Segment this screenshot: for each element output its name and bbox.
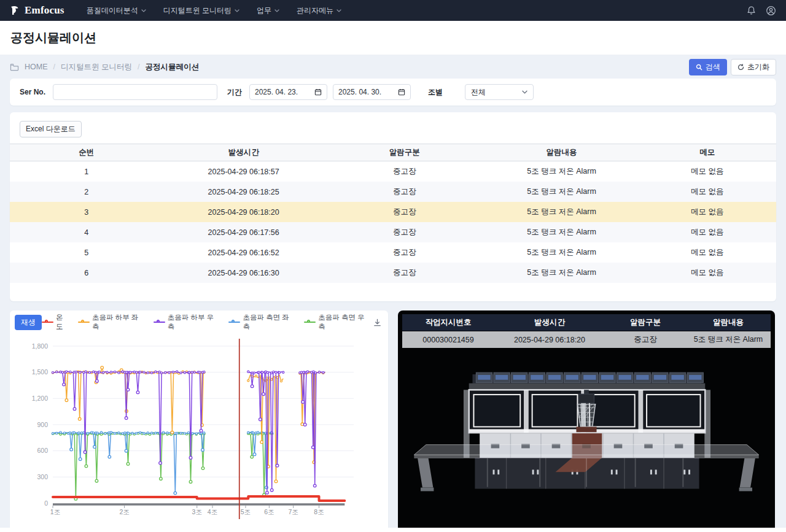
search-button[interactable]: 검색 bbox=[689, 59, 727, 75]
cell-content: 5조 탱크 저온 Alarm bbox=[485, 263, 639, 283]
ser-no-input[interactable] bbox=[53, 84, 217, 100]
cell-no: 5 bbox=[10, 242, 163, 263]
cell-time: 2025-04-29 06:17:56 bbox=[163, 222, 324, 242]
cell-memo: 메모 없음 bbox=[638, 202, 776, 222]
nav-menu-3[interactable]: 관리자메뉴 bbox=[297, 6, 341, 16]
date-to-value: 2025. 04. 30. bbox=[338, 88, 381, 96]
svg-text:2조: 2조 bbox=[119, 508, 129, 515]
group-select-value: 전체 bbox=[471, 87, 486, 98]
date-to-input[interactable]: 2025. 04. 30. bbox=[333, 84, 411, 100]
bell-icon[interactable] bbox=[747, 6, 756, 15]
cell-no: 2 bbox=[10, 182, 163, 202]
svg-text:900: 900 bbox=[37, 421, 48, 428]
footer-strip bbox=[0, 528, 786, 532]
breadcrumb-digital-twin[interactable]: 디지털트윈 모니터링 bbox=[61, 62, 132, 72]
group-select[interactable]: 전체 bbox=[465, 84, 534, 100]
twin-column-0: 작업지시번호 bbox=[402, 317, 494, 328]
date-from-value: 2025. 04. 23. bbox=[255, 88, 298, 96]
svg-text:1,500: 1,500 bbox=[32, 368, 48, 376]
nav-menu-2[interactable]: 업무 bbox=[257, 6, 279, 16]
brand-name: Emfocus bbox=[25, 4, 64, 17]
legend-item-2[interactable]: 초음파 하부 우측 bbox=[154, 313, 221, 331]
svg-text:5조: 5조 bbox=[241, 508, 251, 515]
nav-menu-0[interactable]: 품질데이터분석 bbox=[87, 6, 146, 16]
chevron-down-icon bbox=[522, 90, 527, 94]
table-row[interactable]: 52025-04-29 06:16:52중고장5조 탱크 저온 Alarm메모 … bbox=[10, 242, 776, 263]
reset-button[interactable]: 초기화 bbox=[731, 59, 776, 75]
cell-time: 2025-04-29 06:16:52 bbox=[163, 242, 324, 263]
user-icon[interactable] bbox=[766, 6, 776, 16]
legend-label: 초음파 하부 우측 bbox=[168, 313, 221, 331]
download-icon[interactable] bbox=[372, 317, 383, 328]
legend-item-3[interactable]: 초음파 측면 좌측 bbox=[228, 313, 296, 331]
excel-download-button[interactable]: Excel 다운로드 bbox=[20, 121, 82, 137]
alarm-table-body: 12025-04-29 06:18:57중고장5조 탱크 저온 Alarm메모 … bbox=[10, 161, 776, 283]
sensor-line-chart[interactable]: 03006009001,2001,5001,8001조2조3조4조5조6조7조8… bbox=[15, 330, 383, 531]
svg-text:1,800: 1,800 bbox=[32, 342, 48, 350]
nav-menu-label: 디지털트윈 모니터링 bbox=[163, 6, 232, 16]
svg-text:7조: 7조 bbox=[289, 508, 298, 515]
table-row[interactable]: 42025-04-29 06:17:56중고장5조 탱크 저온 Alarm메모 … bbox=[10, 222, 776, 242]
chevron-down-icon bbox=[141, 9, 146, 12]
alarm-table-header: 순번발생시간알람구분알람내용메모 bbox=[10, 144, 776, 161]
cell-time: 2025-04-29 06:18:20 bbox=[163, 202, 324, 222]
machine-3d-render bbox=[402, 355, 771, 521]
breadcrumb-current: 공정시뮬레이션 bbox=[145, 62, 199, 72]
svg-text:1,200: 1,200 bbox=[32, 395, 48, 402]
cell-no: 1 bbox=[10, 161, 163, 182]
digital-twin-panel: 작업지시번호발생시간알람구분알람내용 0000300214592025-04-2… bbox=[398, 310, 775, 532]
cell-type: 중고장 bbox=[324, 263, 485, 283]
legend-label: 온도 bbox=[56, 313, 70, 331]
chevron-down-icon bbox=[274, 9, 279, 12]
play-button[interactable]: 재생 bbox=[15, 315, 42, 330]
cell-content: 5조 탱크 저온 Alarm bbox=[485, 182, 639, 202]
legend-item-0[interactable]: 온도 bbox=[42, 313, 70, 331]
twin-3d-viewport[interactable] bbox=[402, 348, 771, 529]
folder-icon bbox=[10, 63, 19, 71]
svg-text:6조: 6조 bbox=[264, 508, 274, 515]
nav-menu-label: 품질데이터분석 bbox=[87, 6, 138, 16]
svg-text:1조: 1조 bbox=[50, 508, 60, 515]
svg-text:8조: 8조 bbox=[314, 508, 324, 515]
cell-time: 2025-04-29 06:18:25 bbox=[163, 182, 324, 202]
table-row[interactable]: 12025-04-29 06:18:57중고장5조 탱크 저온 Alarm메모 … bbox=[10, 161, 776, 182]
cell-type: 중고장 bbox=[324, 222, 485, 242]
legend-marker bbox=[228, 320, 240, 325]
legend-item-1[interactable]: 초음파 하부 좌측 bbox=[78, 313, 146, 331]
calendar-icon bbox=[314, 88, 322, 96]
svg-text:300: 300 bbox=[37, 473, 48, 480]
emfocus-logo-icon bbox=[10, 6, 20, 16]
table-row[interactable]: 32025-04-29 06:18:20중고장5조 탱크 저온 Alarm메모 … bbox=[10, 202, 776, 222]
group-label: 조별 bbox=[428, 87, 443, 98]
twin-value-0: 000030021459 bbox=[402, 336, 494, 344]
nav-menu-1[interactable]: 디지털트윈 모니터링 bbox=[163, 6, 239, 16]
cell-content: 5조 탱크 저온 Alarm bbox=[485, 202, 639, 222]
twin-value-1: 2025-04-29 06:18:20 bbox=[494, 336, 605, 344]
table-row[interactable]: 62025-04-29 06:16:30중고장5조 탱크 저온 Alarm메모 … bbox=[10, 263, 776, 283]
cell-no: 3 bbox=[10, 202, 163, 222]
legend-label: 초음파 측면 우측 bbox=[318, 313, 372, 331]
cell-memo: 메모 없음 bbox=[638, 242, 776, 263]
reset-icon bbox=[737, 64, 744, 71]
column-header-0: 순번 bbox=[10, 144, 163, 161]
legend-item-4[interactable]: 초음파 측면 우측 bbox=[304, 313, 372, 331]
search-icon bbox=[696, 64, 702, 71]
nav-menu-label: 업무 bbox=[257, 6, 271, 16]
filter-bar: Ser No. 기간 2025. 04. 23. 2025. 04. 30. 조… bbox=[10, 79, 776, 106]
column-header-3: 알람내용 bbox=[485, 144, 639, 161]
breadcrumb-home[interactable]: HOME bbox=[25, 63, 48, 71]
breadcrumb: HOME / 디지털트윈 모니터링 / 공정시뮬레이션 bbox=[10, 62, 199, 72]
brand-logo[interactable]: Emfocus bbox=[10, 4, 64, 17]
cell-content: 5조 탱크 저온 Alarm bbox=[485, 242, 639, 263]
chart-legend: 온도초음파 하부 좌측초음파 하부 우측초음파 측면 좌측초음파 측면 우측 bbox=[42, 313, 372, 331]
cell-content: 5조 탱크 저온 Alarm bbox=[485, 161, 639, 182]
cell-memo: 메모 없음 bbox=[638, 182, 776, 202]
page-title: 공정시뮬레이션 bbox=[10, 29, 96, 46]
reset-button-label: 초기화 bbox=[747, 62, 769, 72]
legend-marker bbox=[154, 320, 165, 325]
cell-time: 2025-04-29 06:16:30 bbox=[163, 263, 324, 283]
alarm-table-card: Excel 다운로드 순번발생시간알람구분알람내용메모 12025-04-29 … bbox=[10, 112, 776, 301]
table-row[interactable]: 22025-04-29 06:18:25중고장5조 탱크 저온 Alarm메모 … bbox=[10, 182, 776, 202]
title-bar: 공정시뮬레이션 bbox=[0, 21, 786, 55]
date-from-input[interactable]: 2025. 04. 23. bbox=[249, 84, 327, 100]
